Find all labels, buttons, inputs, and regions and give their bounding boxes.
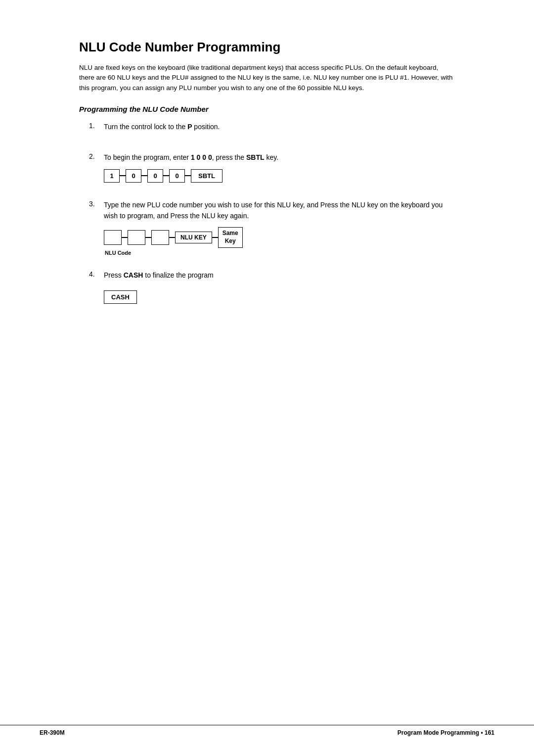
step-1-text: Turn the control lock to the P position. (104, 121, 455, 132)
footer-right: Program Mode Programming • 161 (398, 729, 494, 736)
key-same-key: SameKey (218, 227, 243, 247)
step-4-content: Press CASH to finalize the program CASH (104, 270, 455, 304)
steps-list: 1. Turn the control lock to the P positi… (89, 121, 455, 304)
nlu-input-2 (128, 230, 145, 245)
nlu-connector-3 (169, 237, 175, 238)
step-1-content: Turn the control lock to the P position. (104, 121, 455, 138)
key-sbtl: SBTL (191, 169, 222, 183)
step-2-key-sequence: 1 0 0 0 SBTL (104, 169, 455, 183)
step-3: 3. Type the new PLU code number you wish… (89, 199, 455, 256)
nlu-input-3 (151, 230, 169, 245)
nlu-connector-2 (145, 237, 151, 238)
page-title: NLU Code Number Programming (79, 40, 455, 55)
key-0b: 0 (147, 169, 163, 183)
connector-3 (163, 175, 169, 176)
key-0a: 0 (126, 169, 141, 183)
page: NLU Code Number Programming NLU are fixe… (0, 0, 534, 756)
step-2-text: To begin the program, enter 1 0 0 0, pre… (104, 152, 455, 163)
connector-4 (185, 175, 191, 176)
step-3-nlu-diagram: NLU KEY SameKey (104, 227, 455, 247)
step-2-number: 2. (89, 152, 99, 160)
key-1: 1 (104, 169, 120, 183)
intro-text: NLU are fixed keys on the keyboard (like… (79, 63, 455, 93)
connector-2 (141, 175, 147, 176)
step-4-text: Press CASH to finalize the program (104, 270, 455, 281)
step-3-number: 3. (89, 199, 99, 208)
step-3-content: Type the new PLU code number you wish to… (104, 199, 455, 256)
step-1: 1. Turn the control lock to the P positi… (89, 121, 455, 138)
nlu-connector-1 (122, 237, 128, 238)
step-2: 2. To begin the program, enter 1 0 0 0, … (89, 152, 455, 185)
step-4: 4. Press CASH to finalize the program CA… (89, 270, 455, 304)
nlu-input-1 (104, 230, 122, 245)
step-3-text: Type the new PLU code number you wish to… (104, 199, 455, 222)
step-4-number: 4. (89, 270, 99, 278)
cash-key-container: CASH (104, 286, 455, 304)
section-title: Programming the NLU Code Number (79, 105, 455, 113)
nlu-connector-4 (212, 237, 218, 238)
nlu-code-label: NLU Code (105, 250, 455, 256)
footer-left: ER-390M (40, 729, 65, 736)
key-nlu-key: NLU KEY (175, 232, 212, 243)
footer: ER-390M Program Mode Programming • 161 (0, 725, 534, 736)
connector-1 (120, 175, 126, 176)
step-2-content: To begin the program, enter 1 0 0 0, pre… (104, 152, 455, 185)
key-cash: CASH (104, 290, 137, 304)
key-0c: 0 (169, 169, 185, 183)
step-1-number: 1. (89, 121, 99, 130)
